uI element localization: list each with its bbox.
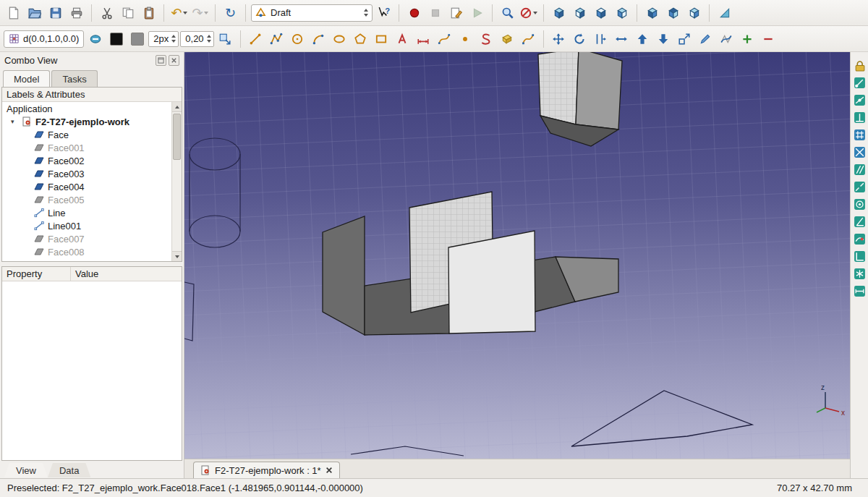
tree-item-face007[interactable]: Face007 (2, 232, 171, 245)
view-right-icon[interactable] (612, 3, 631, 22)
draft-add-point-icon[interactable] (738, 29, 757, 48)
draft-polyline-icon[interactable] (267, 29, 286, 48)
viewport-3d[interactable]: z x (184, 52, 850, 459)
scroll-up-icon[interactable] (172, 102, 182, 112)
draft-offset-icon[interactable] (591, 29, 610, 48)
working-plane-button[interactable]: d(0.0,1.0,0.0) (4, 30, 84, 48)
cut-icon[interactable] (97, 3, 116, 22)
view-left-icon[interactable] (684, 3, 704, 22)
draft-text-icon[interactable] (393, 29, 412, 48)
panel-close-button[interactable] (169, 55, 179, 66)
draft-upgrade-icon[interactable] (633, 29, 652, 48)
snap-near-icon[interactable] (852, 231, 867, 246)
view-axonometric-icon[interactable] (549, 3, 569, 22)
draft-bezier-icon[interactable] (519, 29, 538, 48)
tree-item-application[interactable]: Application (2, 102, 171, 115)
draft-rectangle-icon[interactable] (372, 29, 391, 48)
draft-wire-to-bspline-icon[interactable] (717, 29, 736, 48)
tree-item-face001[interactable]: Face001 (2, 141, 171, 154)
tree-item-face004[interactable]: Face004 (2, 180, 171, 193)
snap-angle-icon[interactable] (852, 214, 867, 229)
print-icon[interactable] (67, 3, 86, 22)
copy-icon[interactable] (118, 3, 137, 22)
property-table-body[interactable] (2, 281, 182, 460)
scroll-down-icon[interactable] (172, 251, 182, 261)
document-tab[interactable]: F2-T27-ejemplo-work : 1* (193, 462, 340, 478)
snap-extension-icon[interactable] (852, 179, 867, 194)
tab-tasks[interactable]: Tasks (51, 70, 97, 87)
macro-edit-icon[interactable] (446, 3, 466, 22)
draft-arc-icon[interactable] (309, 29, 328, 48)
draft-trimex-icon[interactable] (612, 29, 631, 48)
white-plate-face[interactable] (448, 231, 535, 334)
snap-ortho-icon[interactable] (852, 249, 867, 263)
whats-this-icon[interactable]: ? (374, 3, 393, 22)
tree-item-face008[interactable]: Face008 (2, 245, 171, 258)
apply-style-icon[interactable] (216, 29, 235, 48)
scrollbar-thumb[interactable] (173, 114, 181, 160)
tree-item-face005[interactable]: Face005 (2, 193, 171, 206)
draft-ellipse-icon[interactable] (330, 29, 349, 48)
draft-move-icon[interactable] (549, 29, 569, 48)
workbench-selector[interactable]: Draft (251, 4, 373, 22)
view-top-icon[interactable] (591, 3, 610, 22)
view-front-icon[interactable] (570, 3, 590, 22)
expander-icon[interactable]: ▾ (11, 118, 18, 125)
scrollbar-track[interactable] (172, 112, 182, 251)
snap-grid-icon[interactable] (852, 127, 867, 142)
macro-stop-icon[interactable] (425, 3, 445, 22)
tree-item-line[interactable]: Line (2, 206, 171, 219)
zoom-box-icon[interactable] (498, 3, 517, 22)
tree-item-document[interactable]: ▾ F2-T27-ejemplo-work (2, 115, 171, 128)
line-width-stepper[interactable]: 2px (148, 31, 179, 47)
snap-dimensions-icon[interactable] (852, 284, 867, 298)
snap-lock-icon[interactable] (852, 58, 867, 72)
snap-intersection-icon[interactable] (852, 145, 867, 159)
tree-item-face[interactable]: Face (2, 128, 171, 141)
tab-model[interactable]: Model (3, 70, 50, 87)
draft-downgrade-icon[interactable] (654, 29, 673, 48)
draft-polygon-icon[interactable] (351, 29, 370, 48)
panel-float-button[interactable] (156, 55, 166, 66)
draft-bspline-icon[interactable] (435, 29, 454, 48)
stepper-arrows[interactable] (171, 35, 176, 43)
draft-rotate-icon[interactable] (570, 29, 590, 48)
draft-scale-icon[interactable] (675, 29, 694, 48)
macro-record-icon[interactable] (404, 3, 424, 22)
view-bottom-icon[interactable] (663, 3, 683, 22)
draft-delete-point-icon[interactable] (759, 29, 778, 48)
snap-special-icon[interactable] (852, 266, 867, 281)
new-document-icon[interactable] (4, 3, 23, 22)
document-tab-close-icon[interactable] (326, 467, 333, 474)
property-column[interactable]: Property (2, 267, 71, 281)
viewport-canvas[interactable]: z x (184, 52, 850, 459)
prism-grid-face[interactable] (538, 52, 579, 124)
tab-data[interactable]: Data (48, 463, 90, 477)
value-column[interactable]: Value (71, 267, 103, 281)
draft-shapestring-icon[interactable] (477, 29, 496, 48)
draft-circle-icon[interactable] (288, 29, 307, 48)
draft-point-icon[interactable] (456, 29, 475, 48)
draft-dimension-icon[interactable] (414, 29, 433, 48)
draft-line-icon[interactable] (246, 29, 265, 48)
snap-center-icon[interactable] (852, 197, 867, 211)
save-document-icon[interactable] (46, 3, 65, 22)
hex-prism[interactable] (538, 52, 622, 146)
draft-edit-icon[interactable] (696, 29, 715, 48)
tab-view[interactable]: View (4, 463, 48, 477)
tree-item-clipped[interactable] (2, 258, 171, 261)
tree-scrollbar[interactable] (171, 102, 182, 261)
stepper-arrows[interactable] (207, 35, 211, 43)
draft-facebinder-icon[interactable] (498, 29, 517, 48)
tree-item-line001[interactable]: Line001 (2, 219, 171, 232)
prism-side-face[interactable] (576, 52, 622, 129)
open-document-icon[interactable] (25, 3, 44, 22)
undo-button[interactable]: ↶ (169, 3, 189, 22)
line-color-swatch[interactable] (106, 29, 126, 48)
snap-parallel-icon[interactable] (852, 162, 867, 177)
tree-item-face002[interactable]: Face002 (2, 154, 171, 167)
refresh-icon[interactable]: ↻ (221, 3, 240, 22)
clipping-plane-button[interactable] (519, 3, 538, 22)
paste-icon[interactable] (139, 3, 158, 22)
construction-mode-icon[interactable] (85, 29, 105, 48)
